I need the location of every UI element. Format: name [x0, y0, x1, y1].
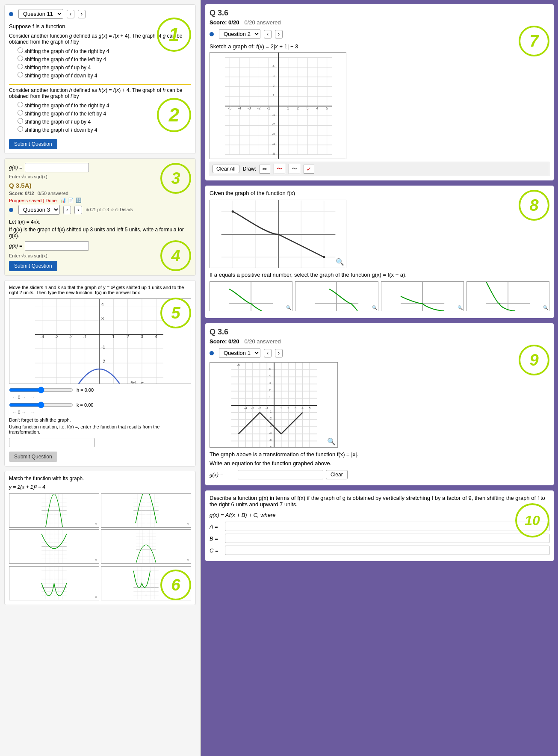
svg-text:-2: -2	[101, 359, 105, 364]
graph-opt-2[interactable]: 🔍	[295, 281, 378, 311]
graph-options: 🔍 🔍 🔍	[210, 281, 549, 311]
A-input[interactable]	[225, 522, 549, 531]
q36-top-title-row: Q 3.6	[210, 9, 549, 18]
q11-header: Question 11 ‹ ›	[9, 9, 191, 19]
q35a-score-row: Score: 0/12 0/50 answered	[9, 191, 191, 196]
transformation-input[interactable]	[9, 438, 94, 447]
svg-text:-1: -1	[267, 106, 270, 110]
svg-text:-4: -4	[238, 106, 241, 110]
slider-desc: Move the sliders h and k so that the gra…	[9, 285, 191, 295]
gx-label: g(x) =	[9, 165, 22, 171]
q11-submit-btn[interactable]: Submit Question	[9, 139, 57, 149]
match-graph-4[interactable]: ○	[101, 529, 191, 564]
circle-2-label: 2	[169, 104, 179, 126]
q1-next-right[interactable]: ›	[275, 349, 283, 357]
graph-opt-3[interactable]: 🔍	[381, 281, 464, 311]
q2-select-right[interactable]: Question 2	[219, 29, 260, 39]
C-label: C =	[210, 547, 222, 554]
C-input[interactable]	[225, 546, 549, 555]
q11-prev-btn[interactable]: ‹	[67, 10, 74, 18]
q3-input[interactable]	[25, 241, 89, 251]
svg-point-160	[323, 256, 325, 258]
opt1-q[interactable]: 🔍	[286, 305, 291, 310]
abs-transform-graph: -5 -4 -3 -2 -1 1 2 3 4 5 4 3 2 1 -1 -2 -	[210, 362, 338, 448]
draw-wave2-btn[interactable]: 〜	[289, 164, 300, 174]
match-graph-5[interactable]: ○	[9, 566, 99, 600]
abs-zoom-icon[interactable]: 🔍	[327, 437, 336, 446]
match-graph-2-q[interactable]: ○	[186, 522, 189, 526]
progress-text: Progress saved | Done	[9, 198, 57, 203]
fx-graph-zoom[interactable]: 🔍	[336, 258, 344, 266]
k-slider-row: k = 0.00	[9, 402, 191, 408]
match-graph-1-q[interactable]: ○	[94, 522, 97, 526]
fx-graph: 🔍	[210, 200, 346, 268]
svg-text:1: 1	[287, 106, 289, 110]
draw-bar: Clear All Draw: ✏ 〜 〜 ✓	[210, 162, 549, 176]
match-graph-3-q[interactable]: ○	[94, 558, 97, 562]
q11-opt1-3[interactable]: shifting the graph of f up by 4	[18, 64, 191, 71]
gx-input[interactable]	[25, 163, 89, 172]
match-graph-4-q[interactable]: ○	[186, 558, 189, 562]
q3-detail-toggle[interactable]: ⊕ 0/1 pt ⊙ 3 ☆ ⊙ Details	[86, 207, 133, 212]
graph-opt-1[interactable]: 🔍	[210, 281, 292, 311]
q3-prev-btn[interactable]: ‹	[63, 206, 71, 214]
q3-select[interactable]: Question 3	[18, 205, 60, 215]
gx-answer-input[interactable]	[238, 470, 323, 479]
opt2-q[interactable]: 🔍	[372, 305, 377, 310]
svg-text:4: 4	[316, 106, 319, 110]
left-panel: Question 11 ‹ › Suppose f is a function.…	[0, 0, 201, 756]
gx-answer-label: g(x) =	[210, 471, 235, 478]
q11-select[interactable]: Question 11	[18, 9, 63, 19]
q2-prev-right[interactable]: ‹	[264, 30, 272, 38]
svg-point-159	[232, 210, 234, 213]
svg-text:-2: -2	[258, 406, 261, 410]
svg-text:-2: -2	[69, 334, 73, 339]
q2-next-right[interactable]: ›	[275, 30, 283, 38]
h-slider-row: h = 0.00	[9, 387, 191, 393]
q11-options1: shifting the graph of f to the right by …	[18, 47, 191, 79]
svg-text:-2: -2	[257, 106, 261, 110]
q11-next-btn[interactable]: ›	[78, 10, 86, 18]
q36-bot-title: Q 3.6	[210, 328, 228, 337]
q3-submit-btn[interactable]: Submit Question	[9, 261, 57, 271]
svg-text:-1: -1	[266, 406, 269, 410]
graph-opt-4[interactable]: 🔍	[466, 281, 549, 311]
svg-text:-4: -4	[244, 406, 247, 410]
q1-select-right[interactable]: Question 1	[219, 348, 260, 358]
slider-submit-btn[interactable]: Submit Question	[9, 452, 57, 462]
given-intro: Given the graph of the function f(x)	[210, 190, 549, 196]
svg-text:-2: -2	[272, 122, 275, 126]
opt3-q[interactable]: 🔍	[458, 305, 463, 310]
match-graph-3[interactable]: ○	[9, 529, 99, 564]
match-graph-1[interactable]: ○	[9, 493, 99, 528]
draw-wave1-btn[interactable]: 〜	[274, 164, 285, 174]
draw-label: Draw:	[243, 166, 256, 172]
q11-opt1-2[interactable]: shifting the graph of f to the left by 4	[18, 56, 191, 62]
svg-text:5: 5	[269, 367, 271, 370]
circle-5: 5	[160, 298, 191, 328]
q3-next-btn[interactable]: ›	[74, 206, 82, 214]
q1-prev-right[interactable]: ‹	[264, 349, 272, 357]
clear-all-btn[interactable]: Clear All	[213, 165, 239, 173]
B-input[interactable]	[225, 534, 549, 543]
svg-text:-3: -3	[248, 106, 251, 110]
draw-check-btn[interactable]: ✓	[304, 165, 314, 174]
q11-opt1-4[interactable]: shifting the graph of f down by 4	[18, 72, 191, 79]
q11-section: Question 11 ‹ › Suppose f is a function.…	[4, 4, 196, 154]
gx-answer-row: g(x) = Clear	[210, 470, 549, 479]
svg-text:4: 4	[155, 334, 158, 339]
draw-pencil-btn[interactable]: ✏	[260, 165, 270, 174]
h-slider[interactable]	[9, 387, 73, 393]
q36-bot-answered: 0/20 answered	[244, 338, 280, 345]
clear-btn[interactable]: Clear	[326, 470, 348, 479]
svg-text:5: 5	[309, 406, 310, 410]
fx-graph-svg	[210, 200, 346, 268]
circle-2: 2	[157, 98, 191, 132]
opt4-q[interactable]: 🔍	[543, 305, 548, 310]
match-graph-2[interactable]: ○	[101, 493, 191, 528]
abs-transform-svg: -5 -4 -3 -2 -1 1 2 3 4 5 4 3 2 1 -1 -2 -	[210, 363, 338, 448]
match-graph-5-q[interactable]: ○	[94, 594, 97, 599]
svg-text:-4: -4	[40, 334, 44, 339]
circle-8-label: 8	[529, 196, 538, 215]
k-slider[interactable]	[9, 402, 73, 408]
